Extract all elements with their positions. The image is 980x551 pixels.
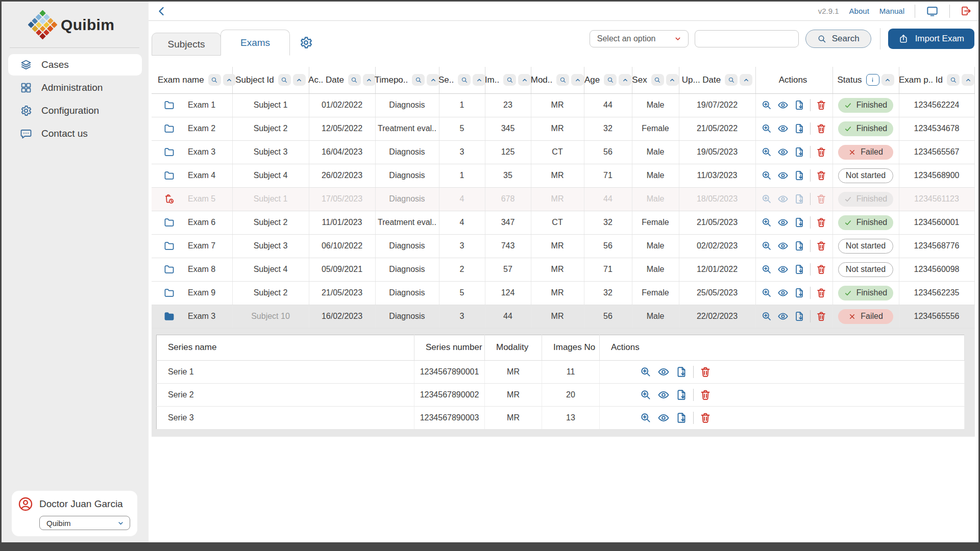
download-icon[interactable] (794, 240, 805, 252)
column-search-button[interactable] (651, 74, 664, 86)
delete-icon[interactable] (816, 193, 827, 205)
eye-icon[interactable] (657, 412, 670, 424)
about-link[interactable]: About (849, 7, 869, 15)
column-info-button[interactable] (866, 74, 879, 86)
column-search-button[interactable] (604, 74, 617, 86)
column-sort-button[interactable] (293, 74, 306, 86)
logout-icon[interactable] (960, 5, 972, 17)
eye-icon[interactable] (777, 217, 789, 228)
exam-row[interactable]: Exam 5 Subject 117/05/2023Diagnosis4678M… (152, 187, 974, 211)
eye-icon[interactable] (777, 264, 789, 275)
delete-icon[interactable] (699, 412, 712, 424)
column-search-button[interactable] (458, 74, 471, 86)
download-icon[interactable] (794, 146, 805, 158)
eye-icon[interactable] (777, 170, 789, 181)
filter-select[interactable]: Select an option (590, 30, 689, 47)
delete-icon[interactable] (816, 170, 827, 181)
zoom-in-icon[interactable] (640, 366, 652, 378)
zoom-in-icon[interactable] (761, 193, 772, 205)
download-icon[interactable] (794, 123, 805, 134)
exam-row[interactable]: Exam 7 Subject 306/10/2022Diagnosis3743M… (152, 234, 974, 258)
zoom-in-icon[interactable] (761, 311, 772, 322)
download-icon[interactable] (794, 287, 805, 298)
download-icon[interactable] (794, 217, 805, 228)
download-icon[interactable] (675, 389, 688, 401)
exam-row[interactable]: Exam 2 Subject 212/05/2022Treatment eval… (152, 117, 974, 140)
zoom-in-icon[interactable] (761, 99, 772, 111)
zoom-in-icon[interactable] (640, 412, 652, 424)
sidebar-item-contact-us[interactable]: Contact us (8, 123, 142, 144)
column-sort-button[interactable] (619, 74, 631, 86)
monitor-icon[interactable] (925, 5, 939, 17)
series-row[interactable]: Serie 1 1234567890001 MR 11 (157, 360, 965, 383)
manual-link[interactable]: Manual (879, 7, 904, 15)
search-input[interactable] (695, 30, 799, 47)
exam-row[interactable]: Exam 9 Subject 221/05/2023Diagnosis5124M… (152, 281, 974, 305)
column-search-button[interactable] (208, 74, 221, 86)
delete-icon[interactable] (816, 240, 827, 252)
download-icon[interactable] (794, 311, 805, 322)
eye-icon[interactable] (777, 240, 789, 252)
zoom-in-icon[interactable] (761, 170, 772, 181)
eye-icon[interactable] (777, 287, 789, 298)
exam-row[interactable]: Exam 4 Subject 426/02/2023Diagnosis135MR… (152, 164, 974, 187)
zoom-in-icon[interactable] (761, 217, 772, 228)
column-sort-button[interactable] (740, 74, 752, 86)
column-search-button[interactable] (725, 74, 738, 86)
download-icon[interactable] (794, 264, 805, 275)
zoom-in-icon[interactable] (761, 123, 772, 134)
exam-row[interactable]: Exam 6 Subject 211/01/2023Treatment eval… (152, 211, 974, 234)
sidebar-item-configuration[interactable]: Configuration (8, 100, 142, 121)
zoom-in-icon[interactable] (761, 287, 772, 298)
column-search-button[interactable] (278, 74, 291, 86)
back-icon[interactable] (156, 5, 168, 17)
column-sort-button[interactable] (473, 74, 485, 86)
column-sort-button[interactable] (223, 74, 236, 86)
column-sort-button[interactable] (427, 74, 439, 86)
delete-icon[interactable] (699, 389, 712, 401)
column-search-button[interactable] (947, 74, 960, 86)
eye-icon[interactable] (777, 99, 789, 111)
eye-icon[interactable] (777, 146, 789, 158)
tab-subjects[interactable]: Subjects (152, 33, 221, 56)
download-icon[interactable] (794, 170, 805, 181)
exam-row[interactable]: Exam 3 Subject 316/04/2023Diagnosis3125C… (152, 140, 974, 164)
download-icon[interactable] (794, 193, 805, 205)
download-icon[interactable] (794, 99, 805, 111)
delete-icon[interactable] (699, 366, 712, 378)
eye-icon[interactable] (777, 311, 789, 322)
zoom-in-icon[interactable] (640, 389, 652, 401)
zoom-in-icon[interactable] (761, 240, 772, 252)
column-search-button[interactable] (348, 74, 361, 86)
exam-row[interactable]: Exam 8 Subject 405/09/2021Diagnosis257MR… (152, 258, 974, 281)
column-sort-button[interactable] (666, 74, 679, 86)
tab-exams[interactable]: Exams (220, 30, 290, 56)
download-icon[interactable] (675, 412, 688, 424)
delete-icon[interactable] (816, 311, 827, 322)
download-icon[interactable] (675, 366, 688, 378)
delete-icon[interactable] (816, 287, 827, 298)
sidebar-item-cases[interactable]: Cases (8, 54, 142, 76)
import-exam-button[interactable]: Import Exam (888, 29, 974, 49)
eye-icon[interactable] (657, 389, 670, 401)
eye-icon[interactable] (657, 366, 670, 378)
column-sort-button[interactable] (363, 74, 376, 86)
column-sort-button[interactable] (962, 74, 974, 86)
delete-icon[interactable] (816, 146, 827, 158)
exam-row[interactable]: Exam 1 Subject 101/02/2022Diagnosis123MR… (152, 93, 974, 117)
search-button[interactable]: Search (805, 30, 871, 48)
zoom-in-icon[interactable] (761, 146, 772, 158)
eye-icon[interactable] (777, 123, 789, 134)
delete-icon[interactable] (816, 217, 827, 228)
series-row[interactable]: Serie 2 1234567890002 MR 20 (157, 383, 965, 406)
column-search-button[interactable] (412, 74, 425, 86)
column-sort-button[interactable] (571, 74, 584, 86)
organization-select[interactable]: Quibim (39, 516, 130, 530)
series-row[interactable]: Serie 3 1234567890003 MR 13 (157, 406, 965, 429)
sidebar-item-administration[interactable]: Administration (8, 77, 142, 98)
delete-icon[interactable] (816, 123, 827, 134)
table-settings-gear-icon[interactable] (299, 36, 313, 49)
delete-icon[interactable] (816, 99, 827, 111)
eye-icon[interactable] (777, 193, 789, 205)
column-sort-button[interactable] (881, 74, 894, 86)
